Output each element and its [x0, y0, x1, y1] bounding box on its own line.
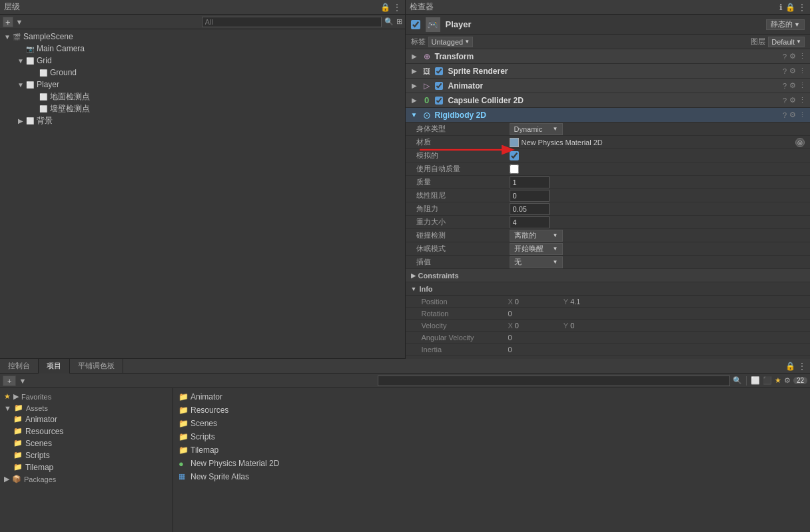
asset-physics-material[interactable]: ● New Physics Material 2D [179, 457, 805, 469]
project-gear-icon[interactable]: ⚙ [784, 376, 791, 385]
animator-toggle[interactable]: ▶ [410, 82, 419, 89]
layer-dropdown[interactable]: Default ▼ [768, 37, 805, 47]
tree-item-ground[interactable]: ⬜ Ground [0, 67, 405, 79]
asset-scenes[interactable]: 📁 Scenes [179, 417, 805, 429]
body-type-dropdown[interactable]: Dynamic [510, 123, 563, 135]
prop-interpolate: 插值 无 [406, 256, 811, 269]
collider-settings-icon[interactable]: ⚙ [789, 96, 796, 105]
collider-menu-icon[interactable]: ⋮ [799, 96, 806, 105]
project-view1-icon[interactable]: ⬜ [751, 376, 760, 385]
asset-tilemap-icon: 📁 [179, 445, 188, 455]
mass-input[interactable] [510, 176, 550, 188]
sprite-help-icon[interactable]: ? [783, 67, 787, 75]
asset-sprite-atlas[interactable]: ▦ New Sprite Atlas [179, 471, 805, 483]
hierarchy-view-icon[interactable]: ⊞ [396, 17, 402, 26]
collider-enabled-checkbox[interactable] [435, 97, 443, 105]
inspector-info-icon[interactable]: ℹ [779, 3, 783, 12]
bottom-toolbar: + ▼ 🔍 ⬜ ⬛ ★ ⚙ 22 [0, 374, 810, 388]
info-inertia: Inertia 0 [406, 344, 811, 356]
object-active-checkbox[interactable] [411, 20, 420, 29]
sprite-menu-icon[interactable]: ⋮ [799, 67, 806, 75]
favorites-section[interactable]: ★ ▶ Favorites [0, 391, 173, 402]
linear-drag-input[interactable] [510, 190, 550, 202]
toggle-bg[interactable]: ▶ [16, 117, 25, 125]
static-badge[interactable]: 静态的 ▼ [766, 19, 805, 30]
angular-drag-input[interactable] [510, 203, 550, 215]
animator-header[interactable]: ▶ ▷ Animator ? ⚙ ⋮ [406, 79, 811, 93]
collider-help-icon[interactable]: ? [783, 97, 787, 105]
transform-component-header[interactable]: ▶ ⊕ Transform ? ⚙ ⋮ [406, 49, 811, 64]
angular-drag-label: 角阻力 [416, 204, 510, 214]
hierarchy-search-input[interactable] [202, 17, 382, 27]
toggle-samplescene[interactable]: ▼ [3, 33, 12, 41]
project-add-btn[interactable]: + [3, 376, 16, 386]
rigidbody-header[interactable]: ▼ ⊙ Rigidbody 2D ? ⚙ ⋮ [406, 108, 811, 123]
static-dropdown-icon[interactable]: ▼ [794, 21, 800, 28]
sprite-toggle[interactable]: ▶ [410, 67, 419, 75]
info-section[interactable]: ▼ Info [406, 282, 811, 296]
asset-scripts[interactable]: 📁 Scripts [179, 431, 805, 443]
tree-item-grid[interactable]: ▼ ⬜ Grid [0, 55, 405, 67]
rigidbody-help-icon[interactable]: ? [783, 111, 787, 119]
transform-settings-icon[interactable]: ⚙ [789, 52, 796, 61]
transform-toggle[interactable]: ▶ [410, 53, 419, 60]
asset-tilemap[interactable]: 📁 Tilemap [179, 444, 805, 456]
constraints-section[interactable]: ▶ Constraints [406, 269, 811, 282]
asset-animator[interactable]: 📁 Animator [179, 391, 805, 403]
collision-dropdown[interactable]: 离散的 [510, 230, 563, 242]
bottom-menu-icon[interactable]: ⋮ [798, 362, 806, 371]
animator-menu-icon[interactable]: ⋮ [799, 81, 806, 90]
sidebar-scripts[interactable]: 📁 Scripts [0, 449, 173, 461]
sleep-mode-dropdown[interactable]: 开始唤醒 [510, 243, 563, 255]
rigidbody-menu-icon[interactable]: ⋮ [799, 111, 806, 119]
tag-dropdown[interactable]: Untagged ▼ [428, 37, 474, 47]
project-search-input[interactable] [378, 376, 730, 386]
asset-resources[interactable]: 📁 Resources [179, 404, 805, 416]
tab-tilemap[interactable]: 平铺调色板 [70, 359, 123, 374]
tree-item-bg[interactable]: ▶ ⬜ 背景 [0, 115, 405, 127]
tab-project[interactable]: 项目 [39, 359, 70, 374]
animator-help-icon[interactable]: ? [783, 82, 787, 90]
tree-item-detect1[interactable]: ⬜ 地面检测点 [0, 91, 405, 103]
sleep-mode-label: 休眠模式 [416, 244, 510, 254]
capsule-collider-header[interactable]: ▶ 0 Capsule Collider 2D ? ⚙ ⋮ [406, 93, 811, 108]
interpolate-dropdown[interactable]: 无 [510, 256, 563, 268]
sidebar-scenes[interactable]: 📁 Scenes [0, 437, 173, 449]
menu-icon[interactable]: ⋮ [393, 3, 401, 12]
object-name[interactable]: Player [446, 19, 761, 29]
tab-console[interactable]: 控制台 [0, 359, 39, 374]
sidebar-resources[interactable]: 📁 Resources [0, 425, 173, 437]
toggle-grid[interactable]: ▼ [16, 57, 25, 65]
sprite-settings-icon[interactable]: ⚙ [789, 67, 796, 75]
project-view2-icon[interactable]: ⬛ [763, 376, 772, 385]
sidebar-tilemap[interactable]: 📁 Tilemap [0, 461, 173, 473]
sprite-renderer-header[interactable]: ▶ 🖼 Sprite Renderer ? ⚙ ⋮ [406, 64, 811, 79]
transform-menu-icon[interactable]: ⋮ [799, 52, 806, 61]
collider-toggle[interactable]: ▶ [410, 97, 419, 104]
bottom-lock-icon[interactable]: 🔒 [785, 362, 795, 371]
sidebar-animator[interactable]: 📁 Animator [0, 413, 173, 425]
tree-item-detect2[interactable]: ⬜ 墙壁检测点 [0, 103, 405, 115]
lock-icon[interactable]: 🔒 [380, 3, 390, 12]
packages-section[interactable]: ▶ 📦 Packages [0, 473, 173, 485]
simulated-checkbox[interactable] [510, 151, 519, 160]
sprite-enabled-checkbox[interactable] [435, 67, 443, 75]
asset-scenes-icon: 📁 [179, 419, 188, 428]
auto-mass-checkbox[interactable] [510, 164, 519, 174]
animator-settings-icon[interactable]: ⚙ [789, 81, 796, 90]
tree-item-player[interactable]: ▼ ⬜ Player [0, 79, 405, 91]
animator-enabled-checkbox[interactable] [435, 82, 443, 90]
assets-section[interactable]: ▼ 📁 Assets [0, 402, 173, 413]
toggle-player[interactable]: ▼ [16, 81, 25, 89]
rigidbody-toggle[interactable]: ▼ [410, 111, 419, 119]
inspector-lock-icon[interactable]: 🔒 [785, 3, 795, 12]
tree-item-maincamera[interactable]: 📷 Main Camera [0, 43, 405, 55]
gravity-input[interactable] [510, 216, 550, 228]
project-star-icon[interactable]: ★ [775, 376, 781, 385]
tree-item-samplescene[interactable]: ▼ 🎬 SampleScene [0, 31, 405, 43]
material-select-btn[interactable]: ◎ [795, 138, 805, 147]
add-object-button[interactable]: + [3, 17, 13, 27]
rigidbody-settings-icon[interactable]: ⚙ [789, 111, 796, 119]
inspector-menu-icon[interactable]: ⋮ [798, 3, 806, 12]
transform-help-icon[interactable]: ? [783, 53, 787, 61]
